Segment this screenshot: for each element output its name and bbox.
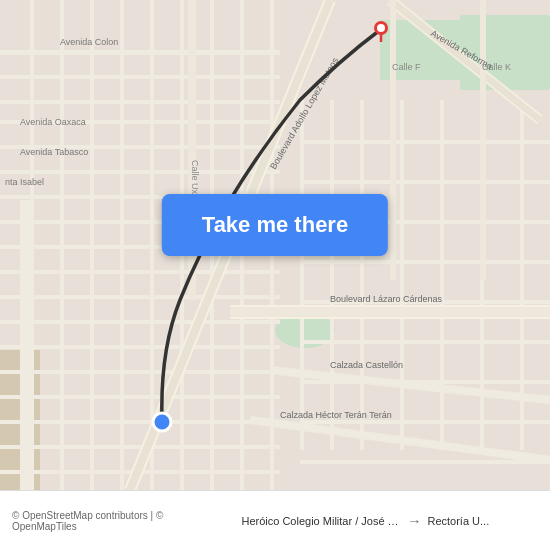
route-info: Heróico Colegio Militar / José Marian...… — [193, 513, 538, 529]
svg-rect-39 — [300, 140, 550, 144]
svg-rect-33 — [330, 100, 334, 450]
svg-rect-7 — [0, 100, 280, 104]
svg-rect-46 — [300, 420, 550, 424]
map-container: Calle Uxmal Calle F Calle K Avenida Colo… — [0, 0, 550, 490]
svg-rect-47 — [300, 460, 550, 464]
svg-rect-44 — [300, 340, 550, 344]
route-arrow: → — [407, 513, 421, 529]
svg-point-74 — [153, 413, 171, 431]
svg-text:nta Isabel: nta Isabel — [5, 177, 44, 187]
svg-point-73 — [377, 24, 385, 32]
svg-rect-6 — [0, 75, 280, 79]
svg-rect-5 — [0, 50, 280, 55]
svg-rect-26 — [120, 0, 124, 490]
svg-rect-24 — [60, 0, 64, 490]
svg-text:Avenida Colon: Avenida Colon — [60, 37, 118, 47]
svg-text:Calzada Héctor Terán Terán: Calzada Héctor Terán Terán — [280, 410, 392, 420]
svg-rect-34 — [360, 100, 364, 450]
svg-rect-21 — [0, 445, 280, 449]
svg-rect-23 — [30, 0, 34, 490]
route-to: Rectoría U... — [427, 515, 489, 527]
svg-rect-56 — [20, 200, 30, 490]
svg-text:Calzada Castellón: Calzada Castellón — [330, 360, 403, 370]
svg-rect-53 — [230, 307, 550, 317]
svg-text:Boulevard Lázaro Cárdenas: Boulevard Lázaro Cárdenas — [330, 294, 443, 304]
svg-rect-18 — [0, 370, 280, 374]
svg-text:Avenida Tabasco: Avenida Tabasco — [20, 147, 88, 157]
svg-rect-20 — [0, 420, 280, 424]
svg-rect-15 — [0, 295, 280, 299]
svg-rect-35 — [400, 100, 404, 450]
svg-rect-19 — [0, 395, 280, 399]
svg-rect-42 — [300, 260, 550, 264]
bottom-bar: © OpenStreetMap contributors | © OpenMap… — [0, 490, 550, 550]
svg-text:Calle F: Calle F — [392, 62, 421, 72]
svg-rect-16 — [0, 320, 280, 324]
copyright-text: © OpenStreetMap contributors | © OpenMap… — [12, 510, 185, 532]
svg-rect-25 — [90, 0, 94, 490]
svg-rect-36 — [440, 100, 444, 450]
svg-rect-10 — [0, 170, 280, 174]
svg-rect-59 — [390, 0, 396, 280]
route-from: Heróico Colegio Militar / José Marian... — [241, 515, 401, 527]
svg-rect-14 — [0, 270, 280, 274]
svg-rect-61 — [480, 0, 486, 280]
take-me-there-button[interactable]: Take me there — [162, 194, 388, 256]
svg-rect-17 — [0, 345, 280, 349]
svg-rect-32 — [300, 100, 304, 450]
svg-rect-40 — [300, 180, 550, 184]
svg-text:Avenida Oaxaca: Avenida Oaxaca — [20, 117, 86, 127]
